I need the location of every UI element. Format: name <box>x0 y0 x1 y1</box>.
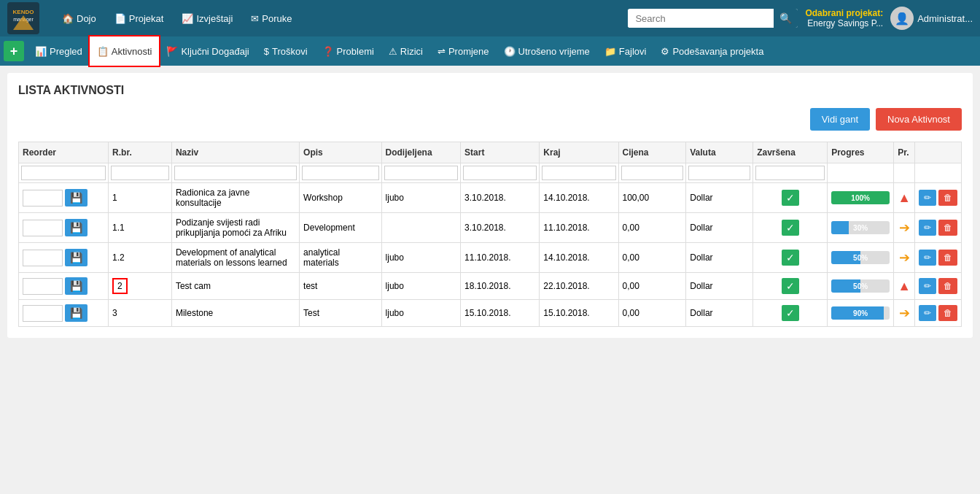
opis-cell: Workshop <box>300 183 381 213</box>
filter-dodijeljena-input[interactable] <box>384 166 459 180</box>
subnav-fajlovi-label: Fajlovi <box>619 46 647 57</box>
rn-value: 3 <box>112 308 117 318</box>
edit-button[interactable]: ✏ <box>919 278 936 294</box>
edit-button[interactable]: ✏ <box>919 190 936 206</box>
project-name: Energy Savings P... <box>807 18 883 28</box>
reorder-input[interactable] <box>23 250 63 266</box>
arrow-right-icon: ➔ <box>899 220 910 235</box>
col-valuta: Valuta <box>686 142 753 163</box>
filter-zavrsena-input[interactable] <box>755 166 825 180</box>
actions-cell: ✏ 🗑 <box>914 273 961 300</box>
filter-start-input[interactable] <box>463 166 537 180</box>
reorder-input[interactable] <box>23 305 63 322</box>
action-buttons-cell: ✏ 🗑 <box>919 278 957 294</box>
filter-kraj-input[interactable] <box>542 166 615 180</box>
progress-label: 100% <box>831 194 890 202</box>
col-start: Start <box>461 142 540 163</box>
filter-cijena-input[interactable] <box>621 166 684 180</box>
subnav-utroseno-vrijeme[interactable]: 🕐 Utrošeno vrijeme <box>497 36 597 66</box>
page-title: LISTA AKTIVNOSTI <box>18 84 962 97</box>
avatar: 👤 <box>890 7 914 30</box>
action-buttons: Vidi gant Nova Aktivnost <box>18 108 962 131</box>
naziv-cell: Radionica za javne konsultacije <box>171 183 299 213</box>
warning-icon: ⚠ <box>389 46 397 57</box>
filter-kraj <box>540 163 618 183</box>
naziv-cell: Test cam <box>171 273 299 300</box>
progress-bar: 50% <box>831 251 890 264</box>
filter-naziv <box>171 163 299 183</box>
subnav-troskovi[interactable]: $ Troškovi <box>257 36 315 66</box>
reorder-input[interactable] <box>23 278 63 295</box>
nav-dojo[interactable]: 🏠 Dojo <box>55 9 104 28</box>
opis-cell: Test <box>300 300 381 327</box>
subnav-pregled[interactable]: 📊 Pregled <box>28 36 90 66</box>
rn-value: 1 <box>112 193 117 203</box>
nova-aktivnost-button[interactable]: Nova Aktivnost <box>876 108 962 131</box>
reorder-input[interactable] <box>23 190 63 207</box>
actions-cell: ✏ 🗑 <box>914 243 961 273</box>
col-progres: Progres <box>828 142 894 163</box>
subnav-problemi[interactable]: ❓ Problemi <box>315 36 381 66</box>
edit-button[interactable]: ✏ <box>919 250 936 266</box>
user-area[interactable]: 👤 Administrat... <box>890 7 973 30</box>
subnav-kljucni-dogadjaji[interactable]: 🚩 Ključni Događaji <box>159 36 256 66</box>
filter-reorder-input[interactable] <box>21 166 106 180</box>
edit-button[interactable]: ✏ <box>919 305 936 321</box>
add-activity-button[interactable]: + <box>4 41 24 61</box>
save-reorder-button[interactable]: 💾 <box>65 277 88 295</box>
filter-valuta-input[interactable] <box>688 166 750 180</box>
arrow-up-icon: ▲ <box>898 190 911 205</box>
check-icon: ✓ <box>782 250 799 266</box>
filter-rn-input[interactable] <box>111 166 169 180</box>
check-icon: ✓ <box>782 220 799 236</box>
action-buttons-cell: ✏ 🗑 <box>919 250 957 266</box>
subnav-aktivnosti[interactable]: 📋 Aktivnosti <box>90 36 160 66</box>
delete-button[interactable]: 🗑 <box>938 220 957 236</box>
pr-cell: ➔ <box>894 300 915 327</box>
dodijeljena-cell: ljubo <box>381 273 461 300</box>
dodijeljena-cell <box>381 213 461 243</box>
delete-button[interactable]: 🗑 <box>938 250 957 266</box>
valuta-cell: Dollar <box>686 213 753 243</box>
search-button[interactable]: 🔍 <box>774 9 798 28</box>
progress-bar: 100% <box>831 191 890 204</box>
table-header-row: Reorder R.br. Naziv Opis Dodijeljena Sta… <box>19 142 962 163</box>
top-nav-items: 🏠 Dojo 📄 Projekat 📈 Izvještaji ✉ Poruke <box>55 9 621 28</box>
actions-cell: ✏ 🗑 <box>914 300 961 327</box>
filter-naziv-input[interactable] <box>174 166 297 180</box>
kraj-cell: 14.10.2018. <box>540 183 618 213</box>
cijena-cell: 0,00 <box>618 273 686 300</box>
subnav-fajlovi[interactable]: 📁 Fajlovi <box>597 36 654 66</box>
delete-button[interactable]: 🗑 <box>938 305 957 321</box>
logo-area[interactable]: KENDO manager <box>7 2 44 34</box>
project-info: Odabrani projekat: Energy Savings P... <box>805 8 883 28</box>
search-input[interactable] <box>628 9 774 28</box>
dollar-icon: $ <box>264 46 269 57</box>
subnav-promjene[interactable]: ⇌ Promjene <box>430 36 497 66</box>
edit-button[interactable]: ✏ <box>919 220 936 236</box>
progress-label: 50% <box>831 254 890 262</box>
search-area: 🔍 <box>628 9 798 28</box>
table-row: 💾 1.1Podizanje svijesti radi prikupljanj… <box>19 213 962 243</box>
clock-icon: 🕐 <box>504 46 516 57</box>
delete-button[interactable]: 🗑 <box>938 190 957 206</box>
save-reorder-button[interactable]: 💾 <box>65 249 88 266</box>
delete-button[interactable]: 🗑 <box>938 278 957 294</box>
rn-cell: 1 <box>109 183 172 213</box>
nav-izvjestaji[interactable]: 📈 Izvještaji <box>174 9 240 28</box>
vidi-gant-button[interactable]: Vidi gant <box>810 108 870 131</box>
zavrsena-cell: ✓ <box>753 300 828 327</box>
cijena-cell: 0,00 <box>618 300 686 327</box>
nav-projekat[interactable]: 📄 Projekat <box>107 9 171 28</box>
nav-poruke[interactable]: ✉ Poruke <box>244 9 299 28</box>
reorder-input[interactable] <box>23 220 63 236</box>
save-reorder-button[interactable]: 💾 <box>65 189 88 207</box>
save-reorder-button[interactable]: 💾 <box>65 304 88 322</box>
save-reorder-button[interactable]: 💾 <box>65 219 88 236</box>
subnav-rizici[interactable]: ⚠ Rizici <box>381 36 430 66</box>
rn-value: 1.2 <box>112 252 125 263</box>
subnav-podesavanja[interactable]: ⚙ Podešavanja projekta <box>653 36 771 66</box>
mail-icon: ✉ <box>251 13 259 24</box>
filter-opis-input[interactable] <box>302 166 378 180</box>
check-icon: ✓ <box>782 278 799 294</box>
